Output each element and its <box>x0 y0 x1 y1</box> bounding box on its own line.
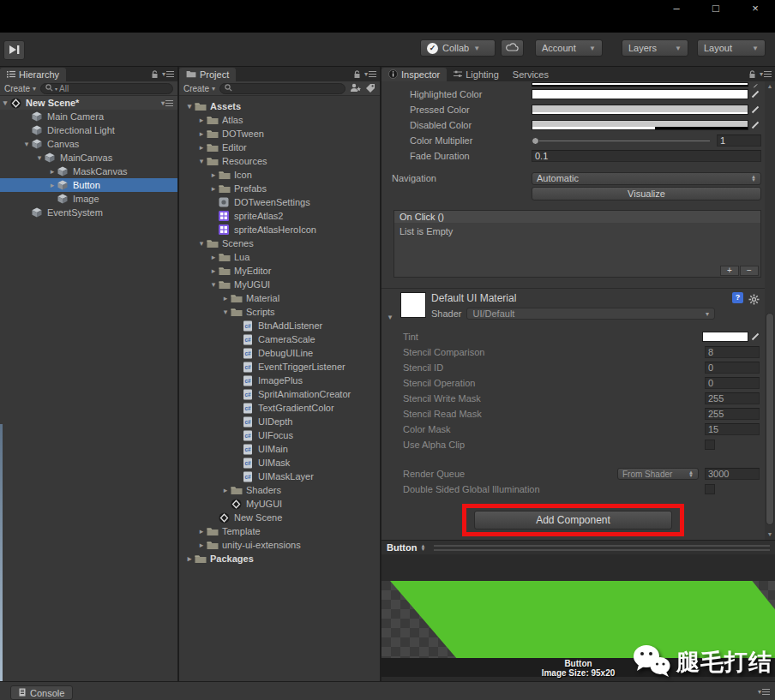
tree-item-maskcanvas[interactable]: ▸MaskCanvas <box>0 165 177 178</box>
tab-project[interactable]: Project <box>179 68 236 81</box>
tree-item-resources[interactable]: ▾Resources <box>179 154 380 168</box>
tree-item-myugui[interactable]: ▾MyUGUI <box>179 278 380 291</box>
tree-item-spriteatlasheroicon[interactable]: spriteAtlasHeroIcon <box>179 223 380 236</box>
lock-icon[interactable] <box>151 67 159 82</box>
search-by-type-icon[interactable] <box>350 81 361 96</box>
lock-icon[interactable] <box>353 67 361 82</box>
fade-duration-field[interactable]: 0.1 <box>532 150 761 162</box>
scene-header-row[interactable]: ▾ New Scene* ▾ <box>0 96 177 110</box>
tree-item-canvas[interactable]: ▾Canvas <box>0 137 177 151</box>
step-button[interactable] <box>3 40 25 60</box>
panel-menu-icon[interactable]: ▾ <box>760 70 772 78</box>
scrollbar-down-icon[interactable]: ▼ <box>765 531 775 537</box>
property-value-field[interactable]: 255 <box>705 392 760 404</box>
normal-color-swatch[interactable] <box>532 82 748 87</box>
property-value-field[interactable]: 255 <box>705 408 760 420</box>
gear-icon[interactable] <box>748 293 760 320</box>
account-dropdown[interactable]: Account ▼ <box>535 39 603 57</box>
tree-item-prefabs[interactable]: ▸Prefabs <box>179 182 380 195</box>
tree-item-icon[interactable]: ▸Icon <box>179 168 380 182</box>
scrollbar-up-icon[interactable]: ▲ <box>765 83 775 89</box>
foldout-arrow[interactable]: ▾ <box>220 308 231 316</box>
shader-dropdown[interactable]: UI/Default ▾ <box>466 308 715 320</box>
project-create-button[interactable]: Create ▾ <box>183 84 215 93</box>
foldout-arrow[interactable]: ▸ <box>208 253 219 261</box>
tree-item-dotween[interactable]: ▸DOTween <box>179 127 380 141</box>
collab-button[interactable]: ✓ Collab ▼ <box>420 39 496 57</box>
foldout-arrow[interactable]: ▸ <box>196 129 207 138</box>
close-button[interactable]: × <box>736 0 775 17</box>
scrollbar-thumb[interactable] <box>766 313 774 525</box>
foldout-arrow[interactable]: ▾ <box>196 157 207 165</box>
tree-item-button[interactable]: ▸Button <box>0 178 177 192</box>
tree-item-scripts[interactable]: ▾Scripts <box>179 305 380 319</box>
preview-header[interactable]: Button ▲▼ <box>381 540 775 554</box>
foldout-arrow[interactable]: ▾ <box>34 153 45 162</box>
foldout-arrow[interactable]: ▸ <box>196 541 207 549</box>
color-multiplier-value[interactable]: 1 <box>717 135 761 147</box>
maximize-button[interactable]: □ <box>696 0 736 17</box>
tree-item-lua[interactable]: ▸Lua <box>179 250 380 264</box>
tab-console[interactable]: Console <box>10 685 73 700</box>
tree-item-maincanvas[interactable]: ▾MainCanvas <box>0 151 177 165</box>
foldout-arrow[interactable]: ▸ <box>208 266 219 275</box>
eyedropper-icon[interactable] <box>751 117 761 133</box>
dsgi-checkbox[interactable] <box>705 484 715 494</box>
property-value-field[interactable]: 0 <box>705 377 760 389</box>
tree-item-uimain[interactable]: c#UIMain <box>179 442 380 456</box>
tree-item-template[interactable]: ▸Template <box>179 524 380 538</box>
tree-item-eventtriggerlistener[interactable]: c#EventTriggerListener <box>179 360 380 374</box>
tree-item-myugui[interactable]: MyUGUI <box>179 497 380 511</box>
tree-item-editor[interactable]: ▸Editor <box>179 141 380 154</box>
hierarchy-search-input[interactable]: ▾ All <box>40 83 173 94</box>
foldout-arrow[interactable]: ▸ <box>220 294 231 302</box>
foldout-arrow[interactable]: ▸ <box>196 527 207 535</box>
property-value-field[interactable]: 0 <box>705 362 760 374</box>
render-queue-mode-dropdown[interactable]: From Shader ▲▼ <box>617 468 699 480</box>
tree-item-debuguiline[interactable]: c#DebugUILine <box>179 346 380 360</box>
color-multiplier-slider[interactable] <box>532 141 710 141</box>
foldout-arrow[interactable]: ▾ <box>196 239 207 248</box>
remove-event-button[interactable]: − <box>740 266 759 276</box>
material-preview-swatch[interactable] <box>400 292 426 318</box>
foldout-arrow[interactable]: ▸ <box>208 171 219 179</box>
tree-item-shaders[interactable]: ▸Shaders <box>179 483 380 497</box>
foldout-arrow[interactable]: ▸ <box>208 184 219 193</box>
help-icon[interactable]: ? <box>732 292 743 303</box>
layout-dropdown[interactable]: Layout ▼ <box>697 39 766 57</box>
slider-knob[interactable] <box>532 137 539 145</box>
tree-item-camerascale[interactable]: c#CameraScale <box>179 332 380 346</box>
tint-swatch[interactable] <box>702 332 748 342</box>
tree-item-uimask[interactable]: c#UIMask <box>179 456 380 470</box>
foldout-arrow[interactable]: ▾ <box>21 140 32 148</box>
tree-item-uifocus[interactable]: c#UIFocus <box>179 428 380 442</box>
tree-item-scenes[interactable]: ▾Scenes <box>179 236 380 250</box>
scene-menu-icon[interactable]: ▾ <box>161 99 177 107</box>
search-by-label-icon[interactable] <box>365 81 375 96</box>
tree-item-myeditor[interactable]: ▸MyEditor <box>179 264 380 278</box>
inspector-scrollbar[interactable]: ▲ ▼ <box>765 81 775 540</box>
panel-menu-icon[interactable]: ▾ <box>162 70 174 78</box>
minimize-button[interactable]: – <box>657 0 696 17</box>
tree-item-unity-ui-extensions[interactable]: ▸unity-ui-extensions <box>179 538 380 552</box>
project-search-input[interactable] <box>219 83 345 94</box>
tree-item-uimasklayer[interactable]: c#UIMaskLayer <box>179 470 380 483</box>
property-value-field[interactable]: 15 <box>705 423 760 435</box>
highlighted-color-swatch[interactable] <box>532 89 748 99</box>
foldout-arrow[interactable]: ▾ <box>184 102 195 111</box>
layers-dropdown[interactable]: Layers ▼ <box>622 39 688 57</box>
lock-icon[interactable] <box>748 67 756 82</box>
tree-item-btnaddlistener[interactable]: c#BtnAddListener <box>179 319 380 332</box>
tree-item-atlas[interactable]: ▸Atlas <box>179 113 380 127</box>
foldout-arrow[interactable]: ▸ <box>47 167 57 176</box>
tree-item-assets[interactable]: ▾Assets <box>179 99 380 113</box>
tree-item-material[interactable]: ▸Material <box>179 291 380 305</box>
eyedropper-icon[interactable] <box>751 87 761 102</box>
render-queue-value[interactable]: 3000 <box>705 468 760 480</box>
tree-item-imageplus[interactable]: c#ImagePlus <box>179 374 380 387</box>
cloud-button[interactable] <box>501 39 524 57</box>
add-event-button[interactable]: + <box>720 266 739 276</box>
eyedropper-icon[interactable] <box>751 102 761 117</box>
tree-item-dotweensettings[interactable]: DOTweenSettings <box>179 195 380 209</box>
tree-item-image[interactable]: Image <box>0 192 177 206</box>
